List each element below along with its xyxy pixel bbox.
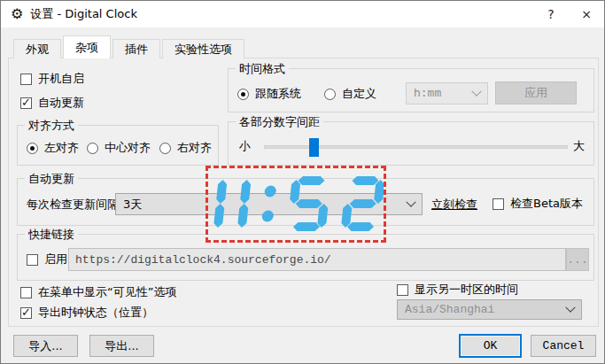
window-title: 设置 - Digital Clock: [30, 6, 137, 22]
radio-icon: [324, 89, 336, 100]
check-beta-checkbox[interactable]: 检查Beta版本: [493, 196, 583, 212]
align-right-label: 右对齐: [177, 140, 212, 156]
export-state-label: 导出时钟状态（位置）: [38, 305, 153, 321]
show-timezone-label: 显示另一时区的时间: [415, 282, 518, 298]
export-button[interactable]: 导出...: [89, 335, 154, 357]
clock-widget-overlay[interactable]: [206, 166, 386, 243]
autostart-checkbox[interactable]: 开机自启: [20, 71, 84, 87]
alignment-group: 对齐方式 左对齐 中心对齐 右对齐: [17, 125, 219, 166]
import-button[interactable]: 导入...: [13, 335, 78, 357]
close-button[interactable]: ×: [569, 1, 604, 27]
tab-misc[interactable]: 杂项: [63, 35, 111, 58]
help-button[interactable]: ?: [533, 1, 569, 27]
show-visibility-label: 在菜单中显示“可见性”选项: [38, 284, 176, 300]
alignment-group-title: 对齐方式: [25, 118, 78, 134]
checkbox-checked-icon: [20, 97, 32, 109]
show-timezone-checkbox[interactable]: 显示另一时区的时间: [397, 282, 518, 298]
radio-icon: [159, 143, 171, 154]
spacing-slider-handle[interactable]: [309, 138, 319, 157]
chevron-down-icon: [471, 86, 481, 96]
custom-format-radio[interactable]: 自定义: [324, 86, 376, 102]
show-visibility-checkbox[interactable]: 在菜单中显示“可见性”选项: [20, 284, 176, 300]
interval-label: 每次检查更新间隔: [27, 197, 119, 213]
check-now-link[interactable]: 立刻检查: [431, 197, 477, 213]
autoupdate-checkbox[interactable]: 自动更新: [20, 95, 84, 111]
timezone-combo: Asia/Shanghai: [397, 299, 582, 320]
settings-dialog: ⚙ 设置 - Digital Clock ? × 外观 杂项 插件 实验性选项 …: [0, 0, 605, 364]
radio-icon: [87, 143, 98, 154]
checkbox-checked-icon: [20, 307, 32, 319]
custom-format-label: 自定义: [342, 86, 376, 102]
radio-selected-icon: [237, 89, 249, 100]
url-input: https://digitalclock4.sourceforge.io/: [68, 248, 566, 271]
checkbox-icon: [397, 284, 408, 296]
tab-experimental[interactable]: 实验性选项: [162, 39, 244, 58]
title-bar: ⚙ 设置 - Digital Clock ? ×: [1, 1, 604, 27]
enable-link-label: 启用: [44, 252, 67, 267]
export-state-checkbox[interactable]: 导出时钟状态（位置）: [20, 305, 153, 321]
checkbox-icon: [27, 254, 38, 266]
align-center-radio[interactable]: 中心对齐: [87, 140, 151, 156]
quick-link-group-title: 快捷链接: [25, 227, 78, 243]
spacing-small-label: 小: [239, 138, 251, 154]
spacing-group-title: 各部分数字间距: [236, 114, 323, 130]
checkbox-icon: [20, 74, 32, 85]
autoupdate-label: 自动更新: [38, 95, 84, 111]
chevron-down-icon: [406, 197, 415, 206]
radio-selected-icon: [27, 143, 38, 154]
apply-button: 应用: [495, 81, 577, 105]
format-combo: h:mm: [406, 82, 488, 105]
spacing-large-label: 大: [573, 138, 585, 154]
follow-system-radio[interactable]: 跟随系统: [237, 86, 301, 102]
interval-combo-value: 3天: [123, 197, 142, 213]
auto-update-group-title: 自动更新: [25, 171, 78, 187]
tab-appearance[interactable]: 外观: [13, 39, 61, 58]
checkbox-icon: [20, 287, 32, 298]
spacing-group: 各部分数字间距 小 大: [228, 121, 594, 166]
chevron-down-icon: [565, 302, 575, 312]
browse-button: ...: [566, 248, 589, 271]
autostart-label: 开机自启: [38, 71, 84, 87]
align-right-radio[interactable]: 右对齐: [159, 140, 212, 156]
clock-svg: [208, 168, 384, 240]
enable-link-checkbox[interactable]: 启用: [27, 252, 67, 267]
spacing-slider-track[interactable]: [264, 145, 568, 149]
time-format-group: 时间格式 跟随系统 自定义 h:mm 应用: [228, 68, 594, 112]
time-format-group-title: 时间格式: [236, 61, 289, 77]
gear-icon: ⚙: [11, 7, 23, 21]
align-center-label: 中心对齐: [105, 140, 151, 156]
cancel-button[interactable]: Cancel: [531, 335, 596, 357]
checkbox-icon: [493, 198, 504, 210]
ok-button[interactable]: OK: [459, 334, 522, 358]
align-left-label: 左对齐: [44, 140, 79, 156]
tab-plugins[interactable]: 插件: [112, 39, 160, 58]
check-beta-label: 检查Beta版本: [510, 196, 583, 212]
timezone-combo-value: Asia/Shanghai: [405, 303, 494, 316]
follow-system-label: 跟随系统: [255, 86, 301, 102]
align-left-radio[interactable]: 左对齐: [27, 140, 79, 156]
format-combo-value: h:mm: [414, 87, 441, 100]
tab-bar: 外观 杂项 插件 实验性选项: [13, 35, 246, 58]
